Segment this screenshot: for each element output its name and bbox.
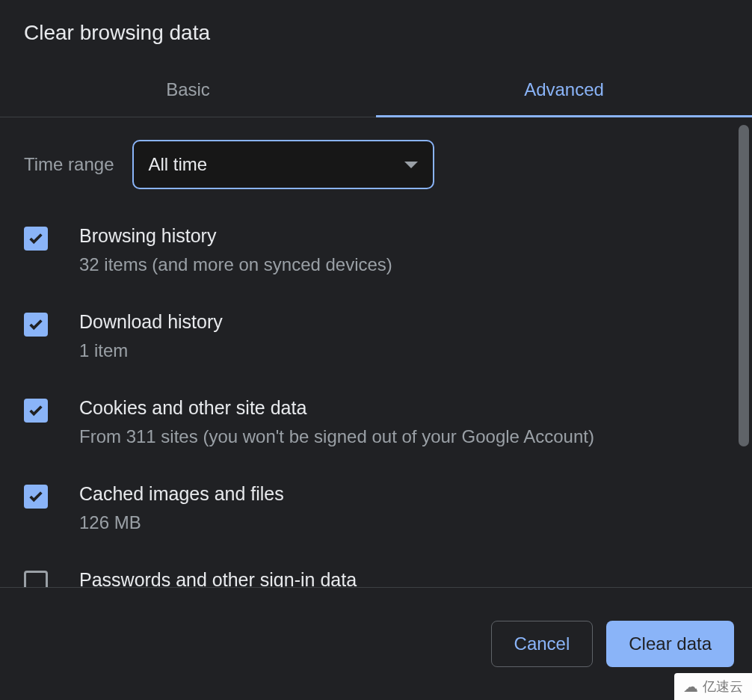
checkmark-icon <box>28 316 44 333</box>
item-subtitle: 126 MB <box>79 512 284 533</box>
scrollbar-track[interactable] <box>739 125 749 587</box>
time-range-row: Time range All time <box>24 140 728 189</box>
item-title: Cookies and other site data <box>79 397 594 419</box>
cancel-button[interactable]: Cancel <box>491 621 594 667</box>
item-text: Browsing history 32 items (and more on s… <box>79 225 392 275</box>
clear-data-button[interactable]: Clear data <box>606 621 734 667</box>
clear-items-list: Browsing history 32 items (and more on s… <box>24 225 728 587</box>
checkmark-icon <box>28 488 44 505</box>
item-subtitle: 1 item <box>79 340 223 361</box>
tab-advanced[interactable]: Advanced <box>376 63 752 117</box>
checkmark-icon <box>28 402 44 419</box>
item-text: Passwords and other sign-in data 8 passw… <box>79 569 560 587</box>
checkbox-cached[interactable] <box>24 485 48 509</box>
item-title: Download history <box>79 311 223 333</box>
dialog-title: Clear browsing data <box>0 0 752 63</box>
item-cookies: Cookies and other site data From 311 sit… <box>24 397 728 447</box>
item-text: Cached images and files 126 MB <box>79 483 284 533</box>
tab-basic[interactable]: Basic <box>0 63 376 117</box>
clear-browsing-data-dialog: Clear browsing data Basic Advanced Time … <box>0 0 752 700</box>
tabs: Basic Advanced <box>0 63 752 117</box>
checkbox-passwords[interactable] <box>24 571 48 587</box>
item-browsing-history: Browsing history 32 items (and more on s… <box>24 225 728 275</box>
dialog-footer: Cancel Clear data <box>0 587 752 700</box>
item-subtitle: 32 items (and more on synced devices) <box>79 254 392 275</box>
scroll-content: Time range All time Browsing history 32 … <box>0 117 752 587</box>
scrollbar-thumb[interactable] <box>739 125 749 446</box>
item-text: Download history 1 item <box>79 311 223 361</box>
item-title: Cached images and files <box>79 483 284 505</box>
item-subtitle: From 311 sites (you won't be signed out … <box>79 426 594 447</box>
item-cached: Cached images and files 126 MB <box>24 483 728 533</box>
time-range-select[interactable]: All time <box>132 140 434 189</box>
watermark: ☁ 亿速云 <box>674 673 752 700</box>
item-download-history: Download history 1 item <box>24 311 728 361</box>
item-passwords: Passwords and other sign-in data 8 passw… <box>24 569 728 587</box>
cloud-icon: ☁ <box>683 678 698 696</box>
watermark-text: 亿速云 <box>703 678 743 696</box>
checkbox-cookies[interactable] <box>24 399 48 423</box>
scroll-area: Time range All time Browsing history 32 … <box>0 117 752 587</box>
time-range-label: Time range <box>24 154 114 175</box>
item-title: Passwords and other sign-in data <box>79 569 560 587</box>
chevron-down-icon <box>404 162 418 168</box>
checkbox-browsing-history[interactable] <box>24 227 48 251</box>
item-title: Browsing history <box>79 225 392 247</box>
checkbox-download-history[interactable] <box>24 313 48 337</box>
item-text: Cookies and other site data From 311 sit… <box>79 397 594 447</box>
checkmark-icon <box>28 230 44 247</box>
time-range-value: All time <box>149 154 208 175</box>
